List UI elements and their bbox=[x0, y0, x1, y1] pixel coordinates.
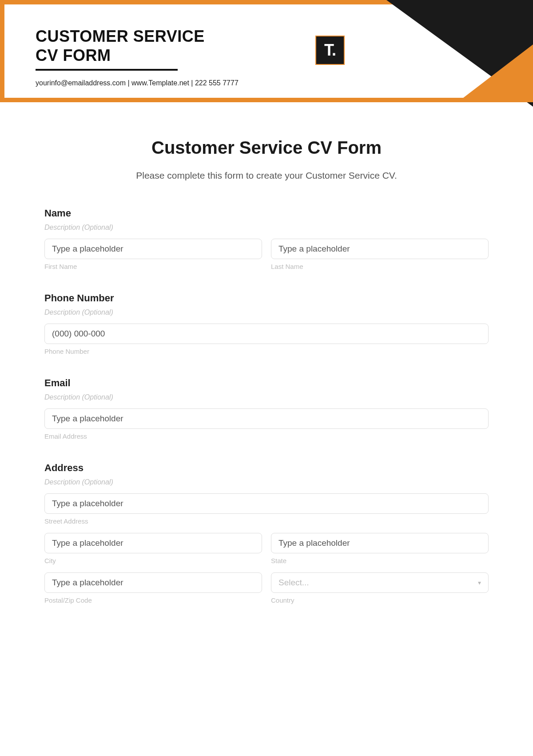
field-group-name: Name Description (Optional) First Name L… bbox=[44, 208, 489, 270]
state-input[interactable] bbox=[271, 533, 489, 553]
header-banner: CUSTOMER SERVICE CV FORM yourinfo@emaila… bbox=[0, 0, 533, 102]
email-input[interactable] bbox=[44, 408, 489, 429]
header-title-line1: CUSTOMER SERVICE bbox=[36, 27, 205, 45]
address-label: Address bbox=[44, 462, 489, 474]
email-sublabel: Email Address bbox=[44, 432, 489, 440]
field-group-email: Email Description (Optional) Email Addre… bbox=[44, 377, 489, 440]
header-underline bbox=[36, 69, 178, 71]
decor-triangle-orange bbox=[457, 44, 533, 102]
form-title: Customer Service CV Form bbox=[44, 138, 489, 158]
country-select[interactable]: Select... ▾ bbox=[271, 572, 489, 593]
postal-sublabel: Postal/Zip Code bbox=[44, 596, 262, 604]
name-description: Description (Optional) bbox=[44, 224, 489, 232]
email-description: Description (Optional) bbox=[44, 393, 489, 401]
phone-sublabel: Phone Number bbox=[44, 348, 489, 355]
chevron-down-icon: ▾ bbox=[478, 579, 481, 586]
phone-label: Phone Number bbox=[44, 292, 489, 304]
last-name-sublabel: Last Name bbox=[271, 263, 489, 270]
country-select-placeholder: Select... bbox=[278, 578, 309, 588]
phone-description: Description (Optional) bbox=[44, 308, 489, 316]
name-label: Name bbox=[44, 208, 489, 219]
header-contact-line: yourinfo@emailaddress.com | www.Template… bbox=[36, 79, 239, 87]
header-title-line2: CV FORM bbox=[36, 46, 111, 64]
city-sublabel: City bbox=[44, 557, 262, 564]
logo-text: T. bbox=[324, 41, 336, 60]
city-input[interactable] bbox=[44, 533, 262, 553]
header-title: CUSTOMER SERVICE CV FORM bbox=[36, 27, 205, 65]
email-label: Email bbox=[44, 377, 489, 389]
first-name-input[interactable] bbox=[44, 239, 262, 259]
street-address-sublabel: Street Address bbox=[44, 517, 489, 525]
phone-input[interactable] bbox=[44, 324, 489, 344]
form-container: Customer Service CV Form Please complete… bbox=[0, 102, 533, 604]
address-description: Description (Optional) bbox=[44, 478, 489, 486]
country-sublabel: Country bbox=[271, 596, 489, 604]
form-subtitle: Please complete this form to create your… bbox=[44, 170, 489, 181]
street-address-input[interactable] bbox=[44, 493, 489, 514]
state-sublabel: State bbox=[271, 557, 489, 564]
field-group-phone: Phone Number Description (Optional) Phon… bbox=[44, 292, 489, 355]
first-name-sublabel: First Name bbox=[44, 263, 262, 270]
postal-code-input[interactable] bbox=[44, 572, 262, 593]
last-name-input[interactable] bbox=[271, 239, 489, 259]
field-group-address: Address Description (Optional) Street Ad… bbox=[44, 462, 489, 604]
logo-badge: T. bbox=[315, 36, 345, 65]
